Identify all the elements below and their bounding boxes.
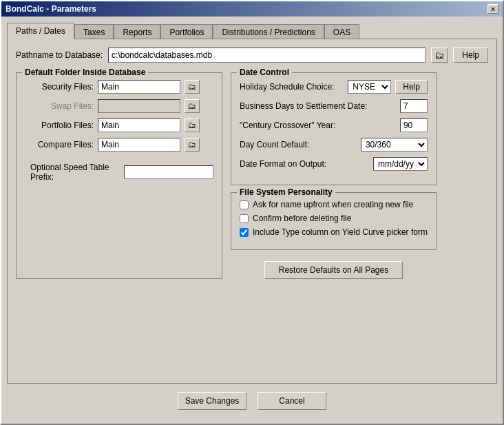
business-days-row: Business Days to Settlement Date: bbox=[240, 99, 428, 113]
main-window: BondCalc - Parameters ✕ Paths / Dates Ta… bbox=[0, 0, 504, 425]
checkbox-confirm-delete: Confirm before deleting file bbox=[240, 214, 428, 223]
ask-name-checkbox[interactable] bbox=[240, 200, 249, 209]
portfolio-files-browse[interactable]: 🗂 bbox=[185, 118, 200, 132]
main-panel: Pathname to Database: 🗂 Help Default Fol… bbox=[7, 39, 497, 384]
compare-files-browse[interactable]: 🗂 bbox=[185, 138, 200, 152]
folder-icon-3: 🗂 bbox=[188, 140, 196, 149]
folder-icon: 🗂 bbox=[434, 50, 444, 61]
day-count-select[interactable]: 30/360 Actual/Actual Actual/360 Actual/3… bbox=[361, 138, 428, 152]
holiday-help-button[interactable]: Help bbox=[395, 80, 428, 94]
bottom-buttons: Save Changes Cancel bbox=[7, 384, 497, 418]
century-crossover-input[interactable] bbox=[400, 118, 428, 132]
date-control-title: Date Control bbox=[237, 68, 292, 77]
portfolio-files-row: Portfolio Files: 🗂 bbox=[25, 118, 213, 132]
pathname-input[interactable] bbox=[108, 48, 426, 63]
portfolio-files-input[interactable] bbox=[98, 118, 180, 132]
checkbox-include-type: Include Type column on Yield Curve picke… bbox=[240, 227, 428, 237]
tab-paths-dates[interactable]: Paths / Dates bbox=[7, 23, 74, 39]
day-count-row: Day Count Default: 30/360 Actual/Actual … bbox=[240, 138, 428, 152]
day-count-label: Day Count Default: bbox=[240, 140, 357, 149]
holiday-schedule-select[interactable]: NYSE SIFMA None bbox=[348, 80, 391, 94]
pathname-label: Pathname to Database: bbox=[16, 50, 103, 60]
restore-defaults-button[interactable]: Restore Defaults on All Pages bbox=[264, 261, 403, 279]
tab-bar: Paths / Dates Taxes Reports Portfolios D… bbox=[7, 22, 497, 39]
ask-name-label: Ask for name upfront when creating new f… bbox=[253, 200, 413, 209]
pathname-row: Pathname to Database: 🗂 Help bbox=[16, 48, 488, 63]
swap-files-label: Swap Files: bbox=[25, 101, 94, 111]
window-content: Paths / Dates Taxes Reports Portfolios D… bbox=[1, 17, 503, 424]
close-button[interactable]: ✕ bbox=[487, 4, 498, 14]
portfolio-files-label: Portfolio Files: bbox=[25, 121, 94, 130]
right-col: Date Control Holiday Schedule Choice: NY… bbox=[231, 72, 437, 279]
date-format-select[interactable]: mm/dd/yy dd/mm/yy yy/mm/dd bbox=[373, 157, 428, 171]
folder-icon-0: 🗂 bbox=[188, 82, 196, 92]
compare-files-label: Compare Files: bbox=[25, 140, 94, 149]
default-folder-group: Default Folder Inside Database Security … bbox=[16, 72, 222, 279]
date-control-group: Date Control Holiday Schedule Choice: NY… bbox=[231, 72, 437, 185]
date-format-label: Date Format on Output: bbox=[240, 159, 369, 169]
speed-table-row: Optional Speed Table Prefix: bbox=[30, 163, 213, 182]
security-files-browse[interactable]: 🗂 bbox=[185, 80, 200, 94]
title-bar: BondCalc - Parameters ✕ bbox=[1, 1, 503, 17]
swap-files-browse[interactable]: 🗂 bbox=[185, 99, 200, 113]
confirm-delete-label: Confirm before deleting file bbox=[253, 214, 351, 223]
panels-row: Default Folder Inside Database Security … bbox=[16, 72, 488, 279]
restore-btn-row: Restore Defaults on All Pages bbox=[231, 261, 437, 279]
date-format-row: Date Format on Output: mm/dd/yy dd/mm/yy… bbox=[240, 157, 428, 171]
pathname-browse-button[interactable]: 🗂 bbox=[431, 48, 448, 63]
confirm-delete-checkbox[interactable] bbox=[240, 214, 249, 223]
pathname-help-button[interactable]: Help bbox=[453, 48, 488, 63]
file-system-title: File System Personality bbox=[237, 187, 335, 197]
folder-icon-1: 🗂 bbox=[188, 101, 196, 111]
century-crossover-row: "Century Crossover" Year: bbox=[240, 118, 428, 132]
compare-files-row: Compare Files: 🗂 bbox=[25, 138, 213, 152]
cancel-button[interactable]: Cancel bbox=[258, 392, 326, 410]
file-system-group: File System Personality Ask for name upf… bbox=[231, 192, 437, 250]
speed-table-label: Optional Speed Table Prefix: bbox=[30, 163, 118, 182]
century-crossover-label: "Century Crossover" Year: bbox=[240, 121, 396, 130]
business-days-input[interactable] bbox=[400, 99, 428, 113]
speed-table-input[interactable] bbox=[124, 165, 213, 179]
save-changes-button[interactable]: Save Changes bbox=[178, 392, 246, 410]
include-type-checkbox[interactable] bbox=[240, 228, 249, 237]
window-title: BondCalc - Parameters bbox=[6, 4, 96, 14]
security-files-input[interactable] bbox=[98, 80, 180, 94]
compare-files-input[interactable] bbox=[98, 138, 180, 152]
holiday-schedule-label: Holiday Schedule Choice: bbox=[240, 82, 344, 92]
include-type-label: Include Type column on Yield Curve picke… bbox=[253, 227, 428, 237]
security-files-label: Security Files: bbox=[25, 82, 94, 92]
checkbox-ask-name: Ask for name upfront when creating new f… bbox=[240, 200, 428, 209]
business-days-label: Business Days to Settlement Date: bbox=[240, 101, 396, 111]
folder-icon-2: 🗂 bbox=[188, 121, 196, 130]
default-folder-title: Default Folder Inside Database bbox=[22, 68, 148, 77]
swap-files-row: Swap Files: 🗂 bbox=[25, 99, 213, 113]
security-files-row: Security Files: 🗂 bbox=[25, 80, 213, 94]
holiday-schedule-row: Holiday Schedule Choice: NYSE SIFMA None… bbox=[240, 80, 428, 94]
swap-files-input bbox=[98, 99, 180, 113]
